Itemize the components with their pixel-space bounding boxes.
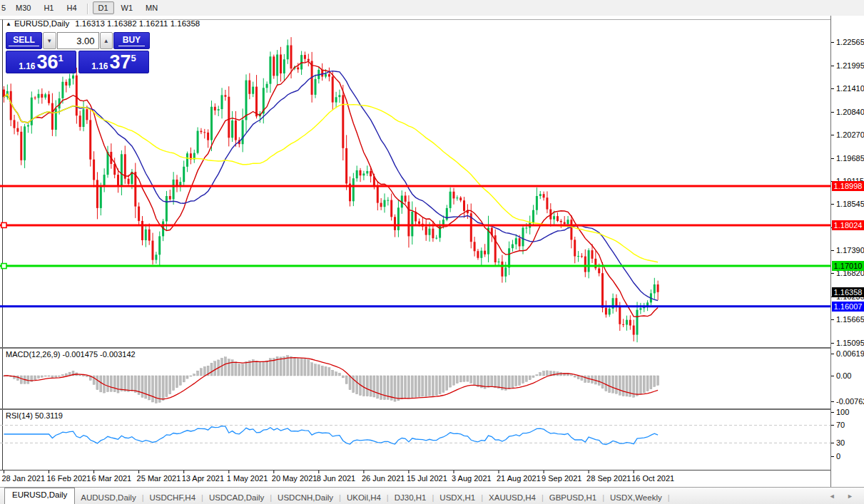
svg-text:9 Sep 2021: 9 Sep 2021 <box>542 474 581 483</box>
tab-usdcad-daily[interactable]: USDCAD,Daily <box>203 490 270 504</box>
volume-increase-button[interactable]: ▲ <box>100 32 113 49</box>
axis-tick-label: 30 <box>836 438 845 448</box>
timeframe-w1-button[interactable]: W1 <box>116 1 139 14</box>
volume-decrease-button[interactable]: ▼ <box>43 32 56 49</box>
tab-usdx-weekly[interactable]: USDX,Weekly <box>604 490 668 504</box>
svg-text:28 Jan 2021: 28 Jan 2021 <box>2 474 46 483</box>
axis-tick-mark <box>831 88 834 89</box>
price-badge-1.16007: 1.16007 <box>832 302 864 312</box>
timeframe-h4-button[interactable]: H4 <box>61 1 82 14</box>
timeframe-mn-button[interactable]: MN <box>140 1 163 14</box>
axis-tick-mark <box>831 376 834 376</box>
svg-text:16 Oct 2021: 16 Oct 2021 <box>631 474 674 483</box>
axis-tick-mark <box>831 319 834 320</box>
timeframe-m15-clipped[interactable]: 5 <box>0 2 9 14</box>
tab-eurusd-daily[interactable]: EURUSD,Daily <box>4 488 75 504</box>
svg-text:8 Jun 2021: 8 Jun 2021 <box>317 474 355 483</box>
collapse-chart-icon[interactable]: ▲ <box>6 21 11 27</box>
svg-text:21 Aug 2021: 21 Aug 2021 <box>497 474 541 483</box>
axis-tick-mark <box>831 66 834 66</box>
chart-area: 28 Jan 202116 Feb 20216 Mar 202125 Mar 2… <box>0 16 864 487</box>
axis-tick-label: 0 <box>836 452 840 461</box>
svg-text:13 Apr 2021: 13 Apr 2021 <box>182 474 224 483</box>
panel-splitter-macd-rsi[interactable] <box>0 408 864 410</box>
axis-tick-mark <box>831 42 834 43</box>
tab-xauusd-h4[interactable]: XAUUSD,H4 <box>483 490 542 504</box>
volume-input[interactable] <box>57 32 99 49</box>
tab-ukoil-h4[interactable]: UKOil,H4 <box>341 490 387 504</box>
tab-usdcnh-daily[interactable]: USDCNH,Daily <box>272 490 339 504</box>
axis-tick-mark <box>831 425 834 426</box>
svg-text:6 Mar 2021: 6 Mar 2021 <box>92 474 132 483</box>
panel-splitter-main-macd[interactable] <box>0 347 864 349</box>
axis-tick-label: 0.006193 <box>836 349 864 359</box>
axis-tick-mark <box>831 273 834 274</box>
tab-usdchf-h4[interactable]: USDCHF,H4 <box>144 490 202 504</box>
axis-tick-label: 1.20270 <box>836 130 864 140</box>
tab-dj30-h1[interactable]: DJ30,H1 <box>389 490 432 504</box>
axis-tick-mark <box>831 343 834 344</box>
one-click-trading-panel: SELL ▼ ▲ BUY 1.16361 1.16375 <box>6 32 150 73</box>
axis-tick-label: 1.21995 <box>836 61 864 71</box>
panel-splitter-rsi-dates <box>0 470 864 470</box>
buy-button[interactable]: BUY <box>113 32 150 49</box>
timeframe-h1-button[interactable]: H1 <box>38 1 59 14</box>
axis-tick-label: 1.20840 <box>836 108 864 117</box>
toolbar-separator <box>87 4 88 14</box>
buy-price-display[interactable]: 1.16375 <box>78 51 149 73</box>
chart-symbol-label: EURUSD,Daily <box>14 19 69 28</box>
svg-text:1 May 2021: 1 May 2021 <box>227 474 268 483</box>
rsi-indicator-label: RSI(14) 50.3119 <box>6 411 63 420</box>
mt4-window: 5 M30H1H4D1W1MN 28 Jan 202116 Feb 20216 … <box>0 0 864 504</box>
axis-tick-label: 70 <box>836 421 845 430</box>
axis-tick-label: 1.15665 <box>836 315 864 324</box>
axis-tick-label: 0.00 <box>836 371 851 381</box>
axis-tick-mark <box>831 250 834 251</box>
axis-tick-label: 1.21410 <box>836 84 864 93</box>
price-badge-1.18024: 1.18024 <box>832 220 864 230</box>
svg-text:3 Aug 2021: 3 Aug 2021 <box>452 474 492 483</box>
svg-text:16 Feb 2021: 16 Feb 2021 <box>47 474 91 483</box>
chevron-up-icon: ▲ <box>103 38 109 44</box>
axis-tick-label: 1.15095 <box>836 339 864 348</box>
tab-gbpusd-h1[interactable]: GBPUSD,H1 <box>544 490 602 504</box>
chart-ohlc-values: 1.16313 1.16382 1.16211 1.16358 <box>75 19 200 28</box>
price-chart-canvas[interactable]: 28 Jan 202116 Feb 20216 Mar 202125 Mar 2… <box>0 16 830 487</box>
axis-tick-mark <box>831 204 834 205</box>
sell-button[interactable]: SELL <box>6 32 42 49</box>
svg-text:20 May 2021: 20 May 2021 <box>272 474 317 483</box>
axis-tick-mark <box>831 443 834 443</box>
axis-tick-mark <box>831 112 834 113</box>
axis-tick-label: -0.007621 <box>836 397 864 406</box>
timeframe-toolbar: 5 M30H1H4D1W1MN <box>0 0 864 16</box>
timeframe-d1-button[interactable]: D1 <box>93 1 114 14</box>
tab-audusd-daily[interactable]: AUDUSD,Daily <box>75 490 141 504</box>
axis-tick-label: 1.18545 <box>836 200 864 209</box>
tab-usdx-h1[interactable]: USDX,H1 <box>434 490 481 504</box>
timeframe-m30-button[interactable]: M30 <box>10 1 36 14</box>
sell-price-display[interactable]: 1.16361 <box>6 51 76 73</box>
svg-text:25 Mar 2021: 25 Mar 2021 <box>137 474 181 483</box>
price-badge-1.16358: 1.16358 <box>832 287 864 297</box>
macd-indicator-label: MACD(12,26,9) -0.001475 -0.003142 <box>6 350 136 359</box>
axis-tick-label: 1.17390 <box>836 246 864 255</box>
axis-tick-mark <box>831 135 834 135</box>
chevron-down-icon: ▼ <box>46 38 52 44</box>
svg-text:15 Jul 2021: 15 Jul 2021 <box>407 474 447 483</box>
price-axis: 1.225651.219951.214101.208401.202701.196… <box>830 16 864 487</box>
axis-tick-mark <box>831 158 834 159</box>
chart-header: ▲EURUSD,Daily1.16313 1.16382 1.16211 1.1… <box>6 19 200 28</box>
tab-separator: | <box>668 490 670 504</box>
axis-tick-label: 100 <box>836 408 849 417</box>
svg-text:28 Sep 2021: 28 Sep 2021 <box>586 474 631 483</box>
axis-tick-mark <box>831 456 834 457</box>
axis-tick-label: 1.22565 <box>836 38 864 47</box>
price-badge-1.17010: 1.17010 <box>832 261 864 271</box>
tab-scroll-arrows-icon[interactable]: ◄ ► <box>829 493 858 500</box>
timeframe-buttons: M30H1H4D1W1MN <box>9 1 164 14</box>
axis-tick-label: 1.19685 <box>836 154 864 163</box>
axis-tick-mark <box>831 401 834 402</box>
chart-tab-bar: EURUSD,DailyAUDUSD,Daily|USDCHF,H4|USDCA… <box>0 487 864 504</box>
price-badge-1.18998: 1.18998 <box>832 181 864 191</box>
axis-tick-mark <box>831 354 834 354</box>
